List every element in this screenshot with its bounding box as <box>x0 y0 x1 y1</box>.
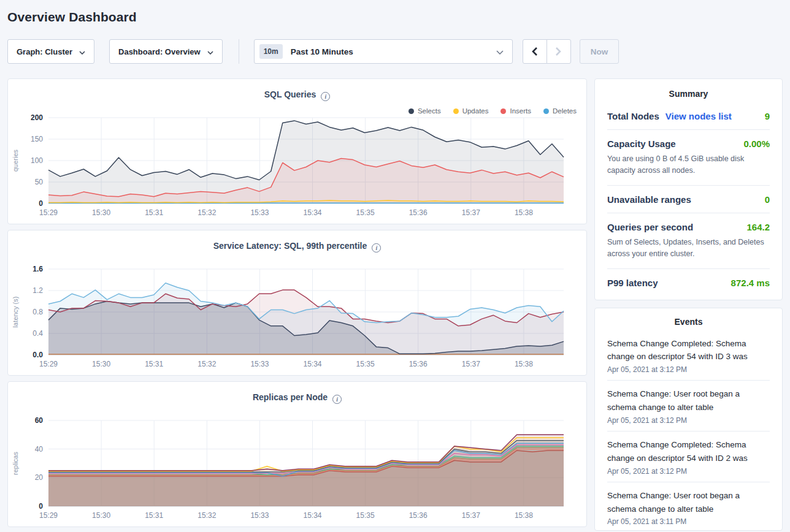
p99-latency-label: P99 latency <box>607 278 658 288</box>
event-list-item: Schema Change: User root began a schema … <box>607 482 770 531</box>
svg-text:15:35: 15:35 <box>356 208 375 217</box>
view-nodes-list-link[interactable]: View nodes list <box>665 111 732 121</box>
capacity-value: 0.00% <box>743 139 770 149</box>
replicas-chart-plot[interactable]: 020406015:2915:3015:3115:3215:3315:3415:… <box>8 417 568 522</box>
events-title: Events <box>607 317 770 330</box>
event-list-item: Schema Change Completed: Schema change o… <box>607 330 770 381</box>
svg-text:15:38: 15:38 <box>515 360 533 368</box>
time-range-label: Past 10 Minutes <box>291 47 488 56</box>
overview-dashboard-page: Overview Dashboard Graph: Cluster Dashbo… <box>0 0 790 532</box>
qps-subtext: Sum of Selects, Updates, Inserts, and De… <box>607 237 770 260</box>
svg-text:40: 40 <box>35 445 44 454</box>
qps-label: Queries per second <box>607 222 693 232</box>
svg-text:15:36: 15:36 <box>409 208 428 217</box>
svg-text:15:30: 15:30 <box>92 360 110 368</box>
legend-item-deletes[interactable]: Deletes <box>543 107 577 115</box>
svg-text:15:33: 15:33 <box>250 208 269 217</box>
svg-text:15:33: 15:33 <box>250 511 269 520</box>
summary-panel: Summary Total Nodes View nodes list 9 Ca… <box>594 78 783 300</box>
event-list-item: Schema Change: User root began a schema … <box>607 381 770 431</box>
legend-dot <box>543 108 549 114</box>
event-message: Schema Change Completed: Schema change o… <box>607 337 770 364</box>
service-latency-chart-plot[interactable]: 0.00.40.81.21.615:2915:3015:3115:3215:33… <box>8 265 568 371</box>
time-range-badge: 10m <box>259 44 283 59</box>
svg-text:0.4: 0.4 <box>33 329 43 338</box>
chevron-right-icon <box>555 47 562 56</box>
event-message: Schema Change Completed: Schema change o… <box>607 438 770 465</box>
svg-text:0: 0 <box>39 502 43 511</box>
svg-text:replicas: replicas <box>12 452 19 475</box>
now-button[interactable]: Now <box>580 39 619 64</box>
legend-item-selects[interactable]: Selects <box>408 107 441 115</box>
legend-item-inserts[interactable]: Inserts <box>500 107 531 115</box>
svg-text:queries: queries <box>12 149 19 172</box>
info-icon[interactable]: i <box>332 395 342 404</box>
summary-title: Summary <box>607 89 770 102</box>
legend-dot <box>408 108 414 114</box>
svg-text:15:31: 15:31 <box>145 360 163 368</box>
dashboard-selector-label: Dashboard: Overview <box>118 47 201 56</box>
svg-text:15:30: 15:30 <box>92 208 110 217</box>
summary-row-capacity: Capacity Usage 0.00% You are using 0 B o… <box>607 130 770 186</box>
svg-text:15:29: 15:29 <box>39 208 58 217</box>
svg-text:15:37: 15:37 <box>462 208 480 217</box>
event-list-item: Schema Change Completed: Schema change o… <box>607 431 770 482</box>
svg-text:20: 20 <box>35 473 44 482</box>
event-timestamp: Apr 05, 2021 at 3:12 PM <box>607 467 770 476</box>
chart-card-sql-queries: SQL Queriesi SelectsUpdatesInsertsDelete… <box>7 78 587 224</box>
svg-text:15:37: 15:37 <box>462 360 480 368</box>
svg-text:15:34: 15:34 <box>303 208 321 217</box>
event-message: Schema Change: User root began a schema … <box>607 387 770 414</box>
svg-text:15:30: 15:30 <box>92 511 110 520</box>
svg-text:15:29: 15:29 <box>39 360 58 368</box>
svg-text:15:32: 15:32 <box>198 511 216 520</box>
chart-legend: SelectsUpdatesInsertsDeletes <box>408 107 577 115</box>
svg-text:15:29: 15:29 <box>39 511 58 520</box>
graph-selector-dropdown[interactable]: Graph: Cluster <box>7 39 94 64</box>
total-nodes-value: 9 <box>765 111 770 121</box>
dashboard-selector-dropdown[interactable]: Dashboard: Overview <box>109 39 223 64</box>
unavailable-ranges-value: 0 <box>765 194 770 205</box>
time-forward-button[interactable] <box>546 39 571 64</box>
svg-text:15:34: 15:34 <box>303 511 321 520</box>
chart-card-replicas-per-node: Replicas per Nodei 020406015:2915:3015:3… <box>7 381 587 527</box>
event-timestamp: Apr 05, 2021 at 3:12 PM <box>607 416 770 425</box>
summary-row-unavailable-ranges: Unavailable ranges 0 <box>607 186 770 213</box>
svg-text:latency (s): latency (s) <box>12 297 19 328</box>
svg-text:0.8: 0.8 <box>33 308 43 316</box>
svg-text:15:31: 15:31 <box>145 511 163 520</box>
chart-title: Replicas per Nodei <box>8 392 586 404</box>
svg-text:200: 200 <box>31 114 43 122</box>
summary-row-qps: Queries per second 164.2 Sum of Selects,… <box>607 213 770 269</box>
capacity-label: Capacity Usage <box>607 139 676 149</box>
chevron-down-icon <box>496 46 504 57</box>
time-back-button[interactable] <box>523 39 547 64</box>
svg-text:150: 150 <box>31 135 43 143</box>
chart-title: Service Latency: SQL, 99th percentilei <box>8 241 586 253</box>
svg-text:1.6: 1.6 <box>33 265 43 273</box>
graph-selector-label: Graph: Cluster <box>17 47 72 56</box>
svg-text:15:37: 15:37 <box>462 511 480 520</box>
legend-dot <box>500 108 506 114</box>
svg-text:15:33: 15:33 <box>250 360 269 368</box>
svg-text:60: 60 <box>35 417 44 425</box>
svg-text:15:38: 15:38 <box>515 208 533 217</box>
toolbar-divider <box>239 39 239 64</box>
svg-text:15:35: 15:35 <box>356 511 375 520</box>
event-timestamp: Apr 05, 2021 at 3:12 PM <box>607 365 770 374</box>
svg-text:1.2: 1.2 <box>33 286 43 295</box>
page-title: Overview Dashboard <box>7 10 783 25</box>
chevron-left-icon <box>531 47 538 56</box>
toolbar: Graph: Cluster Dashboard: Overview 10m P… <box>7 39 783 64</box>
event-timestamp: Apr 05, 2021 at 3:11 PM <box>607 517 770 526</box>
svg-text:15:36: 15:36 <box>409 511 428 520</box>
charts-column: SQL Queriesi SelectsUpdatesInsertsDelete… <box>7 78 587 532</box>
chevron-down-icon <box>79 47 85 56</box>
info-icon[interactable]: i <box>372 243 381 253</box>
legend-item-updates[interactable]: Updates <box>453 107 489 115</box>
info-icon[interactable]: i <box>321 92 330 101</box>
time-range-selector[interactable]: 10m Past 10 Minutes <box>254 39 513 64</box>
sql-queries-chart-plot[interactable]: 05010015020015:2915:3015:3115:3215:3315:… <box>8 114 568 219</box>
chart-title: SQL Queriesi <box>8 89 586 101</box>
legend-dot <box>453 108 459 114</box>
